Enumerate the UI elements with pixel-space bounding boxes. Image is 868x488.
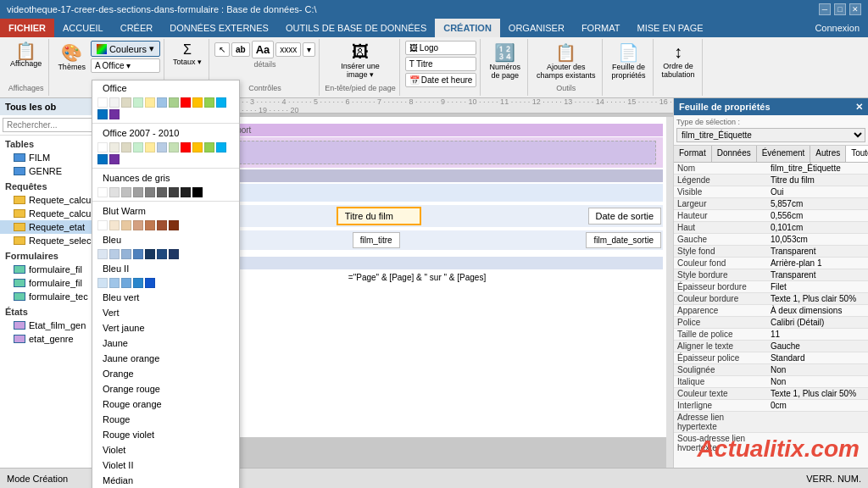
color-item-orange[interactable]: Orange (92, 366, 239, 381)
swatch-6[interactable] (169, 97, 179, 108)
color-item-vert-jaune[interactable]: Vert jaune (92, 320, 239, 336)
swatch-o2-5[interactable] (145, 142, 155, 152)
color-item-orange-rouge[interactable]: Orange rouge (92, 381, 239, 396)
ordre-tab-button[interactable]: ↕ Ordre detabulation (659, 41, 698, 80)
prop-type-selector-container: Type de sélection : film_titre_Étiquette (674, 115, 868, 146)
tab-donnees[interactable]: Données (712, 146, 757, 162)
color-item-violet2[interactable]: Violet II (92, 458, 239, 473)
swatch-o2-9[interactable] (192, 142, 203, 152)
swatch-o2-6[interactable] (157, 142, 167, 152)
title-date-row: Titre du film Date de sortie (171, 205, 663, 227)
swatch-o2-3[interactable] (121, 142, 131, 152)
color-item-jaune[interactable]: Jaune (92, 336, 239, 351)
date-button[interactable]: 📅 Date et heure (405, 73, 477, 87)
feuille-props-button[interactable]: 📄 Feuille depropriétés (608, 41, 648, 81)
tab-creer[interactable]: CRÉER (112, 19, 162, 37)
totaux-button[interactable]: Σ Totaux ▾ (170, 41, 205, 68)
xxxx-button[interactable]: xxxx (275, 42, 301, 57)
color-item-rouge-orange[interactable]: Rouge orange (92, 396, 239, 412)
text-button[interactable]: ab (231, 42, 250, 57)
swatch-orange[interactable] (192, 97, 203, 108)
swatch-white[interactable] (97, 97, 108, 108)
minimize-button[interactable]: ─ (819, 3, 831, 15)
swatch-o2-13[interactable] (109, 154, 120, 164)
swatch-o2-11[interactable] (216, 142, 226, 152)
totaux-icon: Σ (183, 42, 192, 58)
section-footer-header: ▸ Pied de page (171, 257, 663, 269)
swatch-2[interactable] (121, 97, 131, 108)
themes-button[interactable]: 🎨 Thèmes (54, 41, 89, 73)
tab-connexion[interactable]: Connexion (806, 19, 868, 37)
polices-button[interactable]: A Office ▾ (91, 58, 160, 73)
prop-type-select[interactable]: film_titre_Étiquette (676, 128, 865, 142)
color-item-nuances[interactable]: Nuances de gris (92, 170, 239, 186)
more-controls[interactable]: ▾ (303, 42, 315, 57)
table-icon-2 (14, 167, 25, 175)
ajouter-champs-button[interactable]: 📋 Ajouter deschamps existants (533, 41, 599, 81)
swatch-o2-12[interactable] (97, 154, 108, 164)
swatch-o2-2[interactable] (109, 142, 120, 152)
image-button[interactable]: 🖼 Insérer uneimage ▾ (337, 41, 383, 80)
bleu-swatches (92, 247, 239, 261)
swatch-o2-10[interactable] (204, 142, 214, 152)
color-item-blut-warm[interactable]: Blut Warm (92, 203, 239, 219)
form-icon-2 (14, 279, 25, 287)
affichage-button[interactable]: 📋 Affichage (7, 41, 45, 69)
swatch-o2-4[interactable] (133, 142, 143, 152)
color-item-rouge-violet[interactable]: Rouge violet (92, 427, 239, 442)
swatch-4[interactable] (145, 97, 155, 108)
close-button[interactable]: ✕ (849, 3, 861, 15)
color-item-rouge[interactable]: Rouge (92, 412, 239, 427)
tab-mise[interactable]: MISE EN PAGE (629, 19, 712, 37)
swatch-5[interactable] (157, 97, 167, 108)
polices-icon: A (95, 61, 101, 70)
titre-field[interactable]: Titre du film (337, 207, 421, 225)
color-item-vert[interactable]: Vert (92, 305, 239, 320)
color-item-bleu-vert[interactable]: Bleu vert (92, 290, 239, 305)
vertical-scrollbar[interactable] (666, 117, 673, 468)
numeros-button[interactable]: 🔢 Numérosde page (486, 41, 524, 81)
watermark-text1: Actualitix (698, 435, 804, 462)
tab-format[interactable]: Format (674, 146, 712, 162)
swatch-purple[interactable] (109, 109, 120, 119)
tab-toutes[interactable]: Toutes (846, 146, 868, 162)
prop-close-button[interactable]: ✕ (855, 102, 863, 113)
select-button[interactable]: ↖ (214, 42, 230, 57)
color-item-bleu2[interactable]: Bleu II (92, 261, 239, 276)
color-item-bleu[interactable]: Bleu (92, 232, 239, 247)
ribbon-group-feuille: 📄 Feuille depropriétés (604, 39, 653, 96)
maximize-button[interactable]: □ (834, 3, 846, 15)
color-item-office-2010[interactable]: Office 2007 - 2010 (92, 125, 239, 141)
color-item-violet[interactable]: Violet (92, 442, 239, 458)
swatch-green[interactable] (204, 97, 214, 108)
tab-creation[interactable]: CRÉATION (435, 19, 500, 37)
tab-outils[interactable]: OUTILS DE BASE DE DONNÉES (277, 19, 435, 37)
tab-evenement[interactable]: Événement (757, 146, 811, 162)
font-button[interactable]: Aa (252, 41, 275, 58)
couleurs-button[interactable]: Couleurs ▾ (91, 41, 160, 57)
swatch-o2-8[interactable] (181, 142, 191, 152)
swatch-1[interactable] (109, 97, 120, 108)
window-controls[interactable]: ─ □ ✕ (819, 3, 861, 15)
color-item-office[interactable]: Office (92, 80, 239, 96)
page-formula: ="Page" & [Page] & " sur " & [Pages] (171, 269, 663, 286)
color-dropdown[interactable]: Office Office 2007 - 2010 Nuances (92, 80, 240, 488)
color-item-median[interactable]: Médian (92, 473, 239, 488)
logo-button[interactable]: 🖼 Logo (405, 41, 477, 55)
tab-format[interactable]: FORMAT (573, 19, 629, 37)
swatch-3[interactable] (133, 97, 143, 108)
genre-types-row: jgenre_types (171, 184, 663, 202)
swatch-blue[interactable] (97, 109, 108, 119)
titre-button[interactable]: T Titre (405, 57, 477, 71)
color-item-jaune-orange[interactable]: Jaune orange (92, 351, 239, 366)
swatch-o2-7[interactable] (169, 142, 179, 152)
tab-fichier[interactable]: FICHIER (0, 19, 54, 37)
swatch-red[interactable] (181, 97, 191, 108)
prop-row: Gauche10,053cm (674, 234, 868, 246)
tab-accueil[interactable]: ACCUEIL (54, 19, 112, 37)
tab-donnees[interactable]: DONNÉES EXTERNES (161, 19, 277, 37)
swatch-o2-1[interactable] (97, 142, 108, 152)
tab-organiser[interactable]: ORGANISER (500, 19, 573, 37)
tab-autres[interactable]: Autres (810, 146, 846, 162)
swatch-cyan[interactable] (216, 97, 226, 108)
